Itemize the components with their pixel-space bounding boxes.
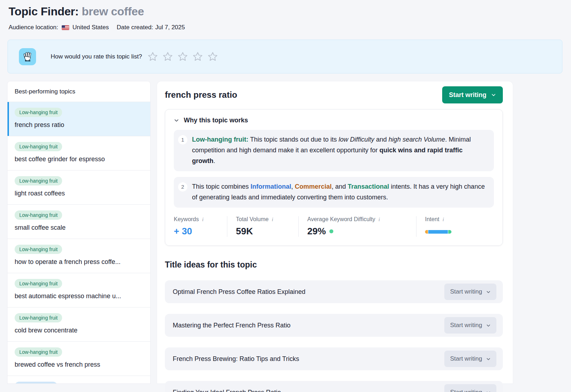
low-hanging-fruit-badge: Low-hanging fruit — [15, 176, 62, 185]
info-icon[interactable]: i — [379, 217, 380, 223]
metric-keyword-difficulty: Average Keyword Difficultyi 29% — [299, 216, 416, 237]
keywords-value: + 30 — [174, 226, 218, 237]
point-text: This topic combines Informational, Comme… — [192, 181, 487, 203]
sidebar-item-french-press-ratio[interactable]: Low-hanging fruit french press ratio — [7, 102, 150, 136]
point-number: 1 — [178, 135, 187, 144]
low-hanging-fruit-badge: Low-hanging fruit — [15, 142, 62, 151]
sidebar-item-best-automatic-espresso-machine[interactable]: Low-hanging fruit best automatic espress… — [7, 273, 150, 307]
metric-total-volume: Total Volumei 59K — [227, 216, 299, 237]
difficulty-value: 29% — [307, 226, 326, 237]
date-created-label: Date created: — [117, 24, 153, 31]
us-flag-icon — [62, 25, 69, 30]
why-topic-works-title: Why this topic works — [184, 117, 248, 124]
point-number: 2 — [178, 182, 187, 192]
chevron-down-icon — [486, 290, 491, 294]
start-writing-label: Start writing — [450, 288, 482, 295]
info-icon[interactable]: i — [272, 217, 273, 223]
sidebar-item-small-coffee-scale[interactable]: Low-hanging fruit small coffee scale — [7, 205, 150, 239]
rating-stars — [147, 51, 218, 62]
low-hanging-fruit-badge: Low-hanging fruit — [15, 245, 62, 254]
low-hanging-fruit-badge: Low-hanging fruit — [15, 313, 62, 322]
start-writing-idea-button[interactable]: Start writing — [444, 284, 496, 300]
difficulty-label: Average Keyword Difficulty — [307, 216, 375, 223]
sidebar-item-label: how to operate a french press coffe... — [15, 258, 143, 266]
low-hanging-fruit-badge: Low-hanging fruit — [15, 279, 62, 288]
sidebar-item-best-coffee-grinder[interactable]: Low-hanging fruit best coffee grinder fo… — [7, 136, 150, 170]
sidebar-title: Best-performing topics — [7, 81, 150, 102]
keywords-label: Keywords — [174, 216, 199, 223]
topic-title: french press ratio — [165, 90, 237, 100]
star-icon-3[interactable] — [177, 51, 188, 62]
sidebar-item-label: best automatic espresso machine u... — [15, 292, 143, 300]
star-icon-1[interactable] — [147, 51, 158, 62]
intent-label: Intent — [425, 216, 439, 223]
start-writing-idea-button[interactable]: Start writing — [444, 384, 496, 392]
start-writing-idea-button[interactable]: Start writing — [444, 317, 496, 334]
sidebar-item-label: small coffee scale — [15, 224, 143, 231]
sidebar-item-light-roast-coffees[interactable]: Low-hanging fruit light roast coffees — [7, 170, 150, 205]
metric-keywords: Keywordsi + 30 — [174, 216, 227, 237]
sidebar-item-label: best coffee grinder for espresso — [15, 156, 143, 163]
title-idea-text: Mastering the Perfect French Press Ratio — [173, 322, 290, 329]
start-writing-label: Start writing — [450, 322, 482, 329]
sidebar-item-label: light roast coffees — [15, 190, 143, 197]
low-hanging-fruit-badge: Low-hanging fruit — [15, 210, 62, 220]
difficulty-level-dot — [329, 229, 333, 233]
partial-badge — [15, 382, 57, 383]
header-meta: Audience location: United States Date cr… — [9, 24, 562, 31]
start-writing-button[interactable]: Start writing — [442, 86, 503, 103]
title-ideas-heading: Title ideas for this topic — [165, 260, 503, 270]
star-icon-4[interactable] — [192, 51, 203, 62]
rating-banner: How would you rate this topic list? — [7, 40, 562, 73]
best-performing-topics-panel: Best-performing topics Low-hanging fruit… — [7, 81, 150, 383]
page-title-query: brew coffee — [82, 5, 144, 18]
total-volume-value: 59K — [236, 226, 290, 237]
title-idea-row: French Press Brewing: Ratio Tips and Tri… — [165, 347, 503, 370]
chevron-down-icon — [491, 92, 496, 97]
date-created-value: Jul 7, 2025 — [155, 24, 185, 31]
why-point-2: 2 This topic combines Informational, Com… — [174, 177, 494, 208]
sidebar-item-label: cold brew concentrate — [15, 327, 143, 334]
sidebar-item-partial[interactable] — [7, 376, 150, 383]
title-idea-row: Mastering the Perfect French Press Ratio… — [165, 314, 503, 337]
info-icon[interactable]: i — [202, 217, 203, 223]
topic-metrics: Keywordsi + 30 Total Volumei 59K Average… — [174, 216, 494, 237]
sidebar-item-label: brewed coffee vs french press — [15, 361, 143, 368]
date-created: Date created: Jul 7, 2025 — [117, 24, 185, 31]
low-hanging-fruit-badge: Low-hanging fruit — [15, 108, 62, 117]
title-idea-text: French Press Brewing: Ratio Tips and Tri… — [173, 355, 299, 363]
intent-segment-commercial — [425, 230, 428, 234]
topic-detail-header: french press ratio Start writing — [165, 86, 503, 103]
title-idea-text: Finding Your Ideal French Press Ratio — [173, 389, 281, 392]
star-icon-5[interactable] — [207, 51, 218, 62]
sidebar-item-how-to-operate-french-press[interactable]: Low-hanging fruit how to operate a frenc… — [7, 239, 150, 273]
start-writing-idea-button[interactable]: Start writing — [444, 351, 496, 367]
why-topic-works-header[interactable]: Why this topic works — [174, 117, 494, 124]
page-title-prefix: Topic Finder: — [9, 5, 82, 18]
audience-location-label: Audience location: — [9, 24, 58, 31]
chevron-down-icon — [486, 323, 491, 328]
title-idea-row: Optimal French Press Coffee Ratios Expla… — [165, 280, 503, 303]
page-title: Topic Finder: brew coffee — [9, 5, 562, 18]
why-point-1: 1 Low-hanging fruit: This topic stands o… — [174, 130, 494, 171]
info-icon[interactable]: i — [443, 217, 444, 223]
difficulty-value-row: 29% — [307, 226, 408, 237]
page-header: Topic Finder: brew coffee Audience locat… — [0, 0, 571, 31]
sidebar-item-label: french press ratio — [15, 121, 143, 129]
rating-question: How would you rate this topic list? — [51, 53, 142, 60]
star-icon-2[interactable] — [162, 51, 173, 62]
chevron-down-icon — [486, 357, 491, 361]
point-text: Low-hanging fruit: This topic stands out… — [192, 134, 487, 166]
collapse-chevron-icon — [174, 118, 179, 123]
intent-segment-informational — [428, 230, 448, 234]
title-idea-row: Finding Your Ideal French Press Ratio St… — [165, 381, 503, 392]
sidebar-item-brewed-coffee-vs-french-press[interactable]: Low-hanging fruit brewed coffee vs frenc… — [7, 342, 150, 376]
intent-distribution-bar — [425, 230, 451, 234]
start-writing-label: Start writing — [450, 355, 482, 362]
start-writing-label: Start writing — [450, 389, 482, 392]
total-volume-label: Total Volume — [236, 216, 269, 223]
sidebar-item-cold-brew-concentrate[interactable]: Low-hanging fruit cold brew concentrate — [7, 307, 150, 342]
start-writing-label: Start writing — [449, 91, 486, 99]
chevron-down-icon — [486, 390, 491, 392]
intent-segment-transactional — [448, 230, 451, 234]
